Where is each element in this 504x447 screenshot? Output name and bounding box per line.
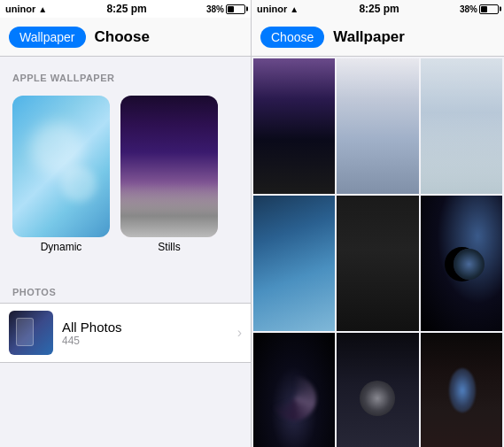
- left-photos-count: 445: [62, 335, 229, 347]
- left-photos-section-header: PHOTOS: [0, 271, 251, 303]
- left-all-photos-row[interactable]: All Photos 445 ›: [0, 303, 251, 363]
- left-wallpaper-grid: Dynamic Stills: [0, 89, 251, 262]
- gallery-item-ocean[interactable]: [253, 196, 335, 331]
- left-wifi-icon: ▲: [38, 4, 47, 14]
- left-photos-chevron: ›: [237, 325, 242, 341]
- right-status-right: 38%: [460, 4, 499, 14]
- right-status-bar: uninor ▲ 8:25 pm 38%: [252, 0, 504, 18]
- left-nav-title: Choose: [95, 28, 150, 46]
- right-time-text: 8:25 pm: [359, 3, 399, 15]
- right-wallpaper-gallery: [252, 57, 504, 447]
- left-photos-section: PHOTOS All Photos 445 ›: [0, 271, 251, 363]
- right-nav-title: Wallpaper: [333, 28, 405, 46]
- left-back-button[interactable]: Wallpaper: [9, 27, 86, 48]
- left-nav-bar: Wallpaper Choose: [0, 18, 251, 57]
- left-status-bar: uninor ▲ 8:25 pm 38%: [0, 0, 251, 18]
- left-stills-thumb[interactable]: [120, 96, 218, 237]
- right-nav-bar: Choose Wallpaper: [252, 18, 504, 57]
- gallery-item-flowers[interactable]: [421, 333, 502, 447]
- left-time-text: 8:25 pm: [106, 3, 146, 15]
- right-battery-fill: [481, 6, 487, 12]
- gallery-item-dark-desert[interactable]: [337, 196, 418, 331]
- left-wallpaper-stills[interactable]: Stills: [120, 96, 218, 253]
- left-stills-label: Stills: [158, 241, 180, 253]
- left-battery-fill: [228, 6, 234, 12]
- gallery-item-spiral-galaxy[interactable]: [253, 333, 335, 447]
- right-wifi-icon: ▲: [290, 4, 299, 14]
- right-panel: uninor ▲ 8:25 pm 38% Choose Wallpaper: [252, 0, 504, 447]
- left-battery-icon: [226, 4, 245, 14]
- left-battery-pct-text: 38%: [206, 4, 224, 14]
- left-panel: uninor ▲ 8:25 pm 38% Wallpaper Choose AP…: [0, 0, 252, 447]
- left-wallpaper-dynamic[interactable]: Dynamic: [12, 96, 110, 253]
- gallery-item-snowy-forest[interactable]: [337, 58, 418, 194]
- left-dynamic-label: Dynamic: [41, 241, 82, 253]
- right-battery-pct-text: 38%: [460, 4, 477, 14]
- gallery-item-moon[interactable]: [337, 333, 418, 447]
- gallery-item-snowy-mountain[interactable]: [421, 58, 502, 194]
- left-dynamic-thumb[interactable]: [12, 96, 110, 237]
- right-carrier-text: uninor: [257, 4, 287, 14]
- gallery-item-earth-space[interactable]: [421, 196, 502, 331]
- gallery-item-milky-way[interactable]: [253, 58, 335, 194]
- left-photos-info: All Photos 445: [62, 320, 229, 347]
- left-carrier-text: uninor: [5, 4, 35, 14]
- left-status-right: 38%: [206, 4, 245, 14]
- left-apple-section-header: APPLE WALLPAPER: [0, 57, 251, 89]
- right-back-button[interactable]: Choose: [260, 27, 324, 48]
- left-photos-thumb: [9, 311, 53, 355]
- right-battery-icon: [479, 4, 499, 14]
- left-photos-title: All Photos: [62, 320, 229, 335]
